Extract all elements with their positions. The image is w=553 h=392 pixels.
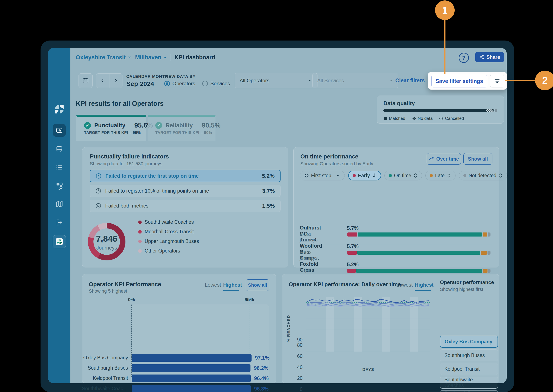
chevron-down-icon bbox=[163, 55, 167, 60]
breadcrumb-area-label: Millhaven bbox=[135, 54, 161, 61]
operators-dropdown[interactable]: All Operators bbox=[235, 73, 318, 88]
indicator-label: Failed both metrics bbox=[105, 203, 258, 209]
operator-button-1[interactable]: Oxley Bus Company bbox=[440, 336, 498, 348]
calendar-icon bbox=[82, 77, 89, 84]
save-filter-settings-label: Save filter settings bbox=[436, 78, 483, 84]
month-pager bbox=[96, 73, 122, 88]
calendar-month-label: CALENDAR MONTH bbox=[126, 74, 168, 79]
callout-2-line bbox=[505, 80, 536, 81]
donut-center-value: 7,846 bbox=[88, 234, 125, 244]
tab-punctuality-target: TARGET FOR THIS KPI = 95% bbox=[84, 131, 141, 135]
sidebar-item-categories[interactable] bbox=[48, 180, 71, 192]
help-button[interactable]: ? bbox=[459, 53, 469, 63]
bar-segment-not-detected bbox=[488, 251, 490, 255]
map-icon bbox=[56, 200, 63, 208]
prev-month-button[interactable] bbox=[96, 74, 109, 88]
pill-early[interactable]: Early bbox=[348, 171, 381, 180]
donut-legend: Souththwaite CoachesMoorhall Cross Trans… bbox=[138, 219, 199, 258]
ontime-card-subtitle: Showing Operators sorted by Early bbox=[300, 161, 373, 167]
sidebar-item-sign-out[interactable] bbox=[48, 216, 71, 229]
radio-services[interactable]: Services bbox=[202, 81, 230, 87]
kpi-bar-value: 97.1% bbox=[255, 355, 269, 361]
view-data-by-label: VIEW DATA BY bbox=[164, 74, 196, 79]
sidebar bbox=[48, 48, 71, 383]
kpi-show-all-button[interactable]: Show all bbox=[246, 279, 269, 291]
filter-settings-button[interactable] bbox=[490, 75, 504, 87]
services-dropdown-value: All Services bbox=[317, 78, 344, 84]
over-time-label: Over time bbox=[436, 156, 459, 162]
pill-label: First stop bbox=[311, 173, 331, 179]
tab-reliability[interactable]: ✓ Reliability 90.5% TARGET FOR THIS KPI … bbox=[148, 115, 215, 141]
daily-lowest-toggle[interactable]: Lowest bbox=[397, 282, 413, 288]
pill-label: On time bbox=[394, 173, 411, 179]
pill-label: Not detected bbox=[468, 173, 496, 179]
calendar-button[interactable] bbox=[78, 73, 92, 88]
daily-line-chart bbox=[306, 295, 430, 353]
radio-operators[interactable]: Operators bbox=[164, 81, 195, 87]
pill-first-stop[interactable]: First stop bbox=[300, 171, 345, 180]
share-button[interactable]: Share bbox=[475, 52, 504, 62]
ontime-divider bbox=[300, 245, 492, 245]
indicator-value: 5.2% bbox=[262, 173, 275, 179]
operator-button-5[interactable]: Eastbrook Bus Compa… bbox=[440, 390, 498, 392]
daily-ytick: 90 bbox=[291, 337, 303, 343]
legend-dot-icon bbox=[138, 249, 142, 253]
kpi-lowest-toggle[interactable]: Lowest bbox=[205, 282, 221, 288]
circle-slash-icon bbox=[439, 116, 443, 120]
legend-no-data: No data bbox=[412, 116, 433, 121]
legend-dot-icon bbox=[138, 221, 142, 224]
kpi-highest-underline bbox=[223, 290, 239, 291]
radio-selected-icon bbox=[164, 81, 170, 86]
tab-punctuality[interactable]: ✓ Punctuality 95.6% TARGET FOR THIS KPI … bbox=[76, 115, 146, 141]
operators-dropdown-value: All Operators bbox=[240, 78, 269, 84]
callout-2-badge: 2 bbox=[535, 70, 553, 90]
chevron-down-icon bbox=[127, 55, 132, 60]
over-time-button[interactable]: Over time bbox=[427, 153, 461, 165]
kpi-highest-toggle[interactable]: Highest bbox=[223, 282, 242, 288]
breadcrumb-org[interactable]: Oxleyshire Transit bbox=[76, 54, 132, 61]
pill-late[interactable]: Late bbox=[425, 171, 455, 180]
donut-legend-label: Other Operators bbox=[145, 248, 180, 254]
kpi-card-title: Operator KPI Performance bbox=[89, 281, 161, 288]
operator-button-2[interactable]: Southburgh Buses bbox=[440, 349, 498, 361]
clear-filters-link[interactable]: Clear filters bbox=[395, 77, 425, 84]
ontime-operator-journeys: 8,843 journeys bbox=[300, 250, 318, 261]
indicator-row-first-stop[interactable]: Failed to register the first stop on tim… bbox=[90, 170, 281, 182]
tab-reliability-label: Reliability bbox=[166, 122, 193, 129]
operator-button-3[interactable]: Keldpool Transit bbox=[440, 363, 498, 375]
ontime-show-all-button[interactable]: Show all bbox=[463, 153, 492, 165]
legend-matched: Matched bbox=[383, 116, 405, 121]
pill-on-time[interactable]: On time bbox=[384, 171, 422, 180]
daily-card-title: Operator KPI performance: Daily over tim… bbox=[289, 281, 401, 288]
kpi-bar-value: 96.2% bbox=[254, 365, 268, 371]
ontime-stacked-bar bbox=[347, 269, 491, 273]
save-filter-settings-button[interactable]: Save filter settings bbox=[431, 75, 487, 87]
operator-performance-subtitle: Showing highest first bbox=[440, 287, 483, 292]
sidebar-item-list[interactable] bbox=[48, 161, 71, 174]
breadcrumb-area[interactable]: Millhaven bbox=[135, 54, 167, 61]
failure-card-title: Punctuality failure indicators bbox=[90, 153, 169, 160]
sidebar-item-app[interactable] bbox=[48, 234, 71, 249]
sidebar-item-map[interactable] bbox=[48, 198, 71, 210]
indicator-row-both-metrics[interactable]: Failed both metrics 1.5% bbox=[90, 200, 281, 212]
next-month-button[interactable] bbox=[109, 74, 122, 88]
calendar-month-value: Sep 2024 bbox=[126, 80, 154, 87]
sidebar-item-dashboard[interactable] bbox=[48, 124, 71, 137]
ontime-early-value: 5.7% bbox=[347, 243, 359, 249]
callout-1-badge: 1 bbox=[435, 0, 455, 20]
daily-highest-toggle[interactable]: Highest bbox=[415, 282, 433, 288]
donut-legend-item: Moorhall Cross Transit bbox=[138, 229, 199, 235]
pill-label: Late bbox=[435, 173, 445, 179]
sort-icon bbox=[499, 173, 503, 178]
failure-card-subtitle: Showing data for 151,580 journeys bbox=[90, 161, 162, 167]
chevron-down-icon bbox=[308, 78, 312, 83]
ontime-operator-journeys: 9,151 journeys bbox=[300, 232, 318, 243]
radio-operators-label: Operators bbox=[172, 81, 195, 87]
services-dropdown[interactable]: All Services bbox=[312, 73, 398, 88]
trend-line-icon bbox=[429, 156, 434, 162]
operator-button-4[interactable]: Souththwaite Coaches bbox=[440, 377, 498, 389]
sort-desc-icon bbox=[372, 173, 376, 178]
pill-not-detected[interactable]: Not detected bbox=[459, 171, 507, 180]
indicator-row-timing-points[interactable]: Failed to register 10% of timing points … bbox=[90, 185, 281, 197]
sidebar-item-vehicles[interactable] bbox=[48, 143, 71, 155]
